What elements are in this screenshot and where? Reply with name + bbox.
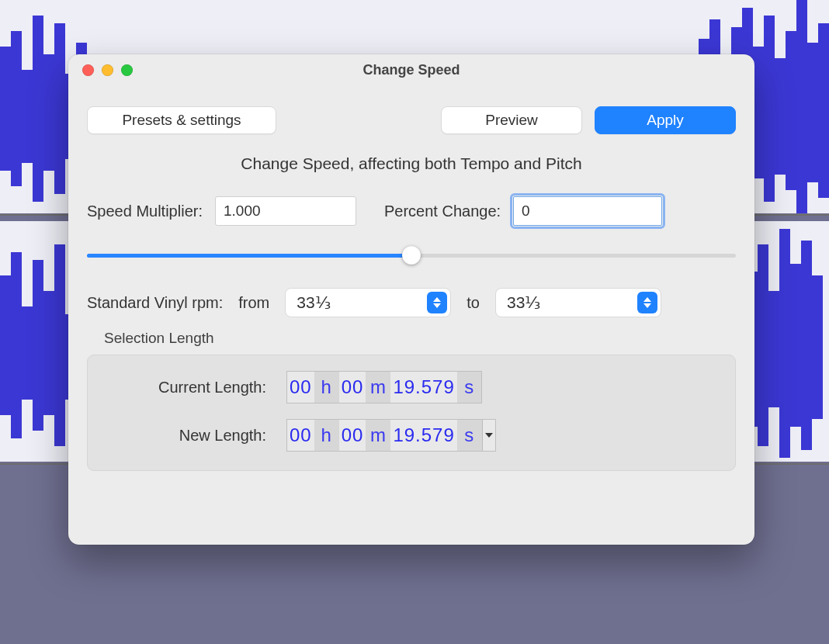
apply-button[interactable]: Apply xyxy=(595,106,736,134)
speed-multiplier-label: Speed Multiplier: xyxy=(87,203,203,220)
time-unit-s: s xyxy=(458,420,482,451)
selection-length-group: Selection Length Current Length: 00 h 00… xyxy=(87,330,736,471)
chevron-up-down-icon xyxy=(637,292,657,313)
selection-length-label: Selection Length xyxy=(104,330,736,347)
new-length-label: New Length: xyxy=(111,427,266,445)
titlebar: Change Speed xyxy=(68,54,754,89)
svg-rect-24 xyxy=(0,275,11,415)
presets-settings-button[interactable]: Presets & settings xyxy=(87,106,276,134)
svg-rect-6 xyxy=(54,23,65,194)
time-minutes[interactable]: 00 xyxy=(339,372,367,403)
svg-rect-27 xyxy=(33,260,43,431)
new-length-value[interactable]: 00 h 00 m 19.579 s xyxy=(286,419,496,452)
svg-rect-28 xyxy=(43,291,54,415)
svg-rect-21 xyxy=(807,43,818,182)
svg-rect-22 xyxy=(818,23,829,198)
current-length-label: Current Length: xyxy=(111,379,266,396)
time-unit-h: h xyxy=(315,420,339,451)
percent-change-input[interactable]: 0 xyxy=(513,196,662,226)
time-seconds[interactable]: 19.579 xyxy=(390,372,457,403)
time-unit-m: m xyxy=(366,420,390,451)
svg-rect-1 xyxy=(0,47,11,171)
vinyl-from-value: 33⅓ xyxy=(297,293,330,312)
svg-rect-19 xyxy=(786,31,796,190)
vinyl-to-value: 33⅓ xyxy=(507,293,540,312)
svg-rect-38 xyxy=(779,229,790,458)
svg-rect-29 xyxy=(54,244,65,446)
svg-rect-16 xyxy=(753,47,764,178)
time-hours[interactable]: 00 xyxy=(287,420,315,451)
speed-row: Speed Multiplier: 1.000 Percent Change: … xyxy=(68,196,754,226)
svg-rect-40 xyxy=(801,241,812,450)
dialog-subtitle: Change Speed, affecting both Tempo and P… xyxy=(68,154,754,173)
window-title: Change Speed xyxy=(68,62,754,78)
svg-rect-39 xyxy=(790,264,801,427)
time-unit-s: s xyxy=(458,372,481,403)
svg-rect-5 xyxy=(43,54,54,171)
time-unit-h: h xyxy=(315,372,339,403)
vinyl-from-label: from xyxy=(238,294,269,312)
vinyl-from-select[interactable]: 33⅓ xyxy=(285,288,451,317)
svg-rect-4 xyxy=(33,16,43,202)
vinyl-row: Standard Vinyl rpm: from 33⅓ to 33⅓ xyxy=(68,288,754,317)
time-unit-m: m xyxy=(366,372,390,403)
slider-knob[interactable] xyxy=(402,246,421,265)
svg-rect-2 xyxy=(11,31,22,186)
svg-rect-26 xyxy=(22,306,33,400)
percent-change-label: Percent Change: xyxy=(384,203,501,220)
vinyl-to-label: to xyxy=(467,294,480,312)
svg-rect-18 xyxy=(775,58,786,175)
speed-slider[interactable] xyxy=(87,244,736,266)
time-minutes[interactable]: 00 xyxy=(339,420,367,451)
svg-rect-41 xyxy=(812,275,823,419)
time-hours[interactable]: 00 xyxy=(287,372,315,403)
change-speed-dialog: Change Speed Presets & settings Preview … xyxy=(68,54,754,545)
chevron-up-down-icon xyxy=(427,292,447,313)
current-length-value[interactable]: 00 h 00 m 19.579 s xyxy=(286,371,482,403)
preview-button[interactable]: Preview xyxy=(441,106,582,134)
svg-rect-36 xyxy=(758,244,768,446)
svg-rect-17 xyxy=(764,16,775,202)
svg-rect-37 xyxy=(768,291,779,407)
svg-rect-3 xyxy=(22,70,33,163)
selection-length-panel: Current Length: 00 h 00 m 19.579 s New L… xyxy=(87,355,736,471)
vinyl-to-select[interactable]: 33⅓ xyxy=(495,288,661,317)
time-seconds[interactable]: 19.579 xyxy=(390,420,457,451)
vinyl-label: Standard Vinyl rpm: xyxy=(87,294,223,312)
svg-rect-20 xyxy=(796,0,807,213)
speed-multiplier-input[interactable]: 1.000 xyxy=(215,196,356,226)
svg-rect-25 xyxy=(11,252,22,438)
toolbar: Presets & settings Preview Apply xyxy=(68,89,754,134)
time-format-dropdown[interactable] xyxy=(482,420,495,451)
